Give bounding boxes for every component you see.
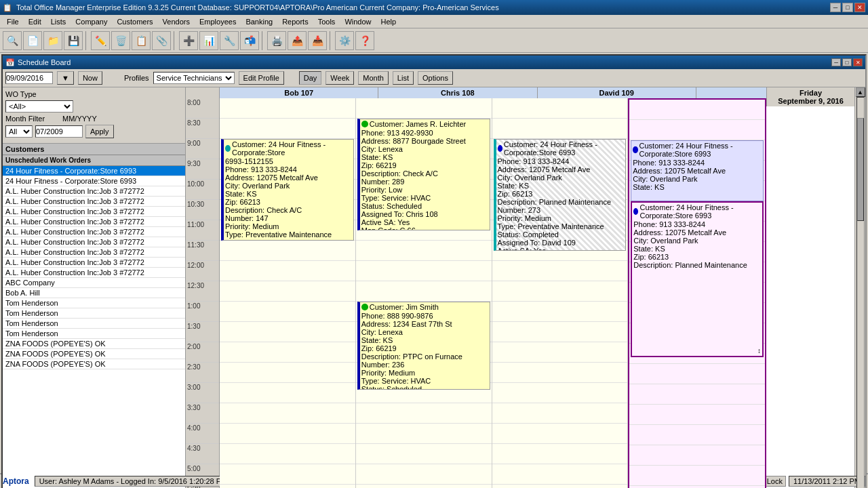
toolbar-btn-6[interactable]: 🗑️ [111,31,130,50]
sidebar-item[interactable]: A.L. Huber Construction Inc:Job 3 #72772 [3,186,185,197]
wo-card-bob-1[interactable]: Customer: 24 Hour Fitness - Corporate:St… [221,139,354,241]
time-430: 4:30 [186,444,219,464]
nav-month-btn[interactable]: Month [358,71,389,85]
menu-window[interactable]: Window [340,17,375,26]
toolbar-btn-3[interactable]: 📁 [43,31,62,50]
menu-company[interactable]: Company [71,17,111,26]
sidebar-item[interactable]: Bob A. Hill [3,288,185,298]
vscroll-thumb[interactable] [857,118,864,221]
toolbar-btn-7[interactable]: 📋 [132,31,151,50]
sb-minimize-btn[interactable]: ─ [831,58,841,66]
vscroll-up-btn[interactable]: ▲ [856,87,865,97]
nav-list-btn[interactable]: List [393,71,414,85]
sb-title-controls: ─ □ ✕ [831,58,863,66]
time-830: 8:30 [186,119,219,139]
sidebar-item[interactable]: ZNA FOODS (POPEYE'S) OK [3,339,185,349]
tech-col-chris[interactable]: Customer: James R. Leichter Phone: 913 4… [356,98,492,488]
sidebar-item[interactable]: A.L. Huber Construction Inc:Job 3 #72772 [3,207,185,217]
sidebar-item[interactable]: ZNA FOODS (POPEYE'S) OK [3,349,185,359]
wo-map-chris-1: Map Code: C 66 [361,226,488,230]
date-input[interactable] [5,72,53,84]
options-btn[interactable]: Options [418,71,453,85]
tech-col-jeff[interactable]: 330 minutes Customer: 24 Hour Fitness - … [628,98,766,488]
sidebar-item[interactable]: A.L. Huber Construction Inc:Job 3 #72772 [3,268,185,278]
apply-btn[interactable]: Apply [85,125,114,138]
toolbar-btn-8[interactable]: 📎 [152,31,171,50]
sidebar-item[interactable]: Tom Henderson [3,329,185,339]
menu-vendors[interactable]: Vendors [159,17,194,26]
toolbar-btn-17[interactable]: ❓ [355,31,374,50]
sidebar-item[interactable]: A.L. Huber Construction Inc:Job 3 #72772 [3,197,185,207]
menu-employees[interactable]: Employees [195,17,240,26]
nav-day-btn[interactable]: Day [299,71,322,85]
menu-file[interactable]: File [3,17,23,26]
minimize-button[interactable]: ─ [830,3,841,12]
menu-tools[interactable]: Tools [314,17,340,26]
nav-week-btn[interactable]: Week [326,71,354,85]
sidebar-item[interactable]: ZNA FOODS (POPEYE'S) OK [3,359,185,369]
wo-desc-chris-1: Description: Check A/C [361,169,488,178]
edit-profile-btn[interactable]: Edit Profile [239,71,284,85]
toolbar-btn-1[interactable]: 🔍 [3,31,22,50]
cal-vscroll[interactable]: ▲ ▼ [854,87,865,488]
app-title: Total Office Manager Enterprise Edition … [16,3,499,12]
toolbar-btn-11[interactable]: 🔧 [220,31,239,50]
restore-button[interactable]: □ [842,3,853,12]
menu-help[interactable]: Help [377,17,401,26]
wo-num-chris-2: Number: 236 [361,361,488,369]
toolbar-btn-2[interactable]: 📄 [23,31,42,50]
wo-type-label: WO Type [5,90,60,98]
now-button[interactable]: Now [78,71,102,85]
wo-card-david-1[interactable]: Customer: 24 Hour Fitness - Corporate:St… [494,139,627,251]
sidebar-item[interactable]: Tom Henderson [3,308,185,319]
wo-card-chris-1[interactable]: Customer: James R. Leichter Phone: 913 4… [357,119,490,230]
toolbar-btn-9[interactable]: ➕ [179,31,198,50]
sidebar-list[interactable]: 24 Hour Fitness - Corporate:Store 699324… [3,166,185,488]
sidebar-item[interactable]: 24 Hour Fitness - Corporate:Store 6993 [3,176,185,186]
sidebar-item[interactable]: Tom Henderson [3,298,185,308]
close-button[interactable]: ✕ [854,3,865,12]
vscroll-track[interactable] [856,97,865,488]
toolbar-btn-15[interactable]: 📥 [308,31,327,50]
toolbar-btn-16[interactable]: ⚙️ [335,31,354,50]
tech-col-david[interactable]: Customer: 24 Hour Fitness - Corporate:St… [492,98,629,488]
sidebar-item[interactable]: A.L. Huber Construction Inc:Job 3 #72772 [3,227,185,237]
wo-card-jeff-2[interactable]: Customer: 24 Hour Fitness - Corporate:St… [631,201,764,357]
menu-reports[interactable]: Reports [278,17,313,26]
menu-customers[interactable]: Customers [113,17,157,26]
menu-edit[interactable]: Edit [24,17,45,26]
wo-card-jeff-1[interactable]: Customer: 24 Hour Fitness - Corporate:St… [631,140,764,201]
wo-customer-david-1: Customer: 24 Hour Fitness - Corporate:St… [504,140,625,157]
month-range-select[interactable]: All [5,125,33,138]
sidebar-item[interactable]: A.L. Huber Construction Inc:Job 3 #72772 [3,237,185,247]
wo-customer-jeff-1: Customer: 24 Hour Fitness - Corporate:St… [639,142,762,158]
toolbar-btn-10[interactable]: 📊 [199,31,218,50]
sb-close-btn[interactable]: ✕ [853,58,863,66]
wo-detail-bob-1b: Phone: 913 333-8244 [225,165,352,174]
resize-handle-jeff[interactable]: ↕ [757,347,761,354]
sb-restore-btn[interactable]: □ [842,58,852,66]
date-dropdown-btn[interactable]: ▼ [57,71,74,85]
toolbar-btn-5[interactable]: ✏️ [91,31,110,50]
wo-type-select[interactable]: <All> [5,100,73,113]
menu-banking[interactable]: Banking [241,17,277,26]
sidebar-item[interactable]: A.L. Huber Construction Inc:Job 3 #72772 [3,217,185,227]
menu-lists[interactable]: Lists [47,17,71,26]
toolbar-btn-4[interactable]: 💾 [64,31,83,50]
wo-card-chris-2[interactable]: Customer: Jim Smith Phone: 888 990-9876 … [357,302,490,390]
sidebar: WO Type <All> Month Filter MM/YYYY All [3,87,186,488]
sidebar-item[interactable]: A.L. Huber Construction Inc:Job 3 #72772 [3,247,185,258]
wo-phone-jeff-1: Phone: 913 333-8244 [633,159,762,167]
sidebar-item[interactable]: Tom Henderson [3,319,185,329]
tech-col-bob[interactable]: Customer: 24 Hour Fitness - Corporate:St… [220,98,356,488]
month-filter-input[interactable] [35,125,83,138]
toolbar-btn-13[interactable]: 🖨️ [267,31,286,50]
wo-state-jeff-2: State: KS [633,245,761,253]
toolbar-btn-14[interactable]: 📤 [288,31,307,50]
sidebar-item[interactable]: A.L. Huber Construction Inc:Job 3 #72772 [3,258,185,268]
toolbar-btn-12[interactable]: 📬 [240,31,259,50]
sidebar-item[interactable]: 24 Hour Fitness - Corporate:Store 6993 [3,166,185,176]
sidebar-item[interactable]: ABC Company [3,278,185,288]
date-day: Friday [770,89,852,97]
profiles-select[interactable]: Service Technicians [153,72,235,84]
